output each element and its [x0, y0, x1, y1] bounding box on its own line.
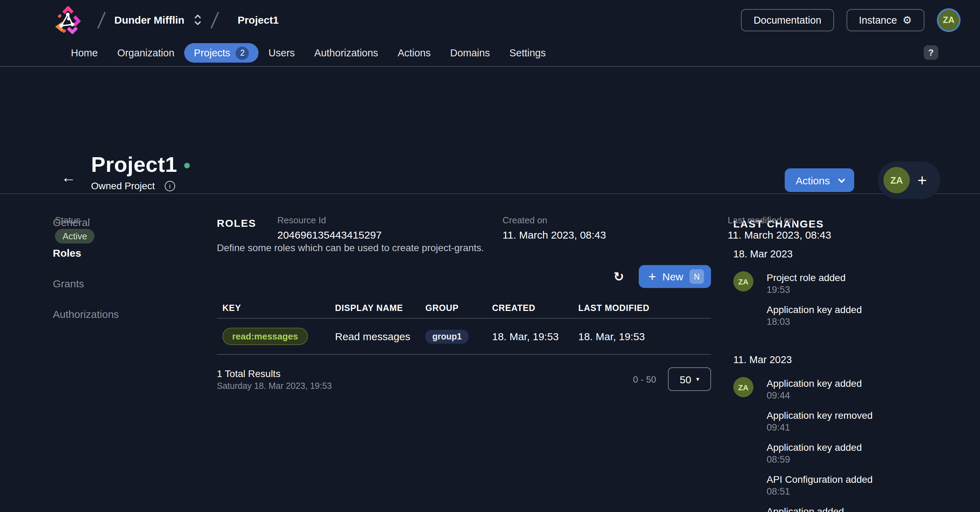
contributors-widget[interactable]: ZA +	[878, 161, 940, 199]
change-group: ZA Project role added 19:53 Application …	[733, 271, 980, 335]
instance-button[interactable]: Instance ⚙	[846, 9, 924, 31]
breadcrumb-slash	[97, 11, 106, 29]
change-event[interactable]: Project role added 19:53	[767, 271, 862, 296]
caret-down-icon: ▾	[696, 376, 699, 383]
documentation-button[interactable]: Documentation	[741, 9, 834, 31]
back-arrow-icon[interactable]: ←	[61, 170, 76, 184]
role-last-modified: 18. Mar, 19:53	[578, 330, 711, 342]
meta-resource-id: Resource Id 204696135443415297	[277, 215, 503, 244]
change-group: ZA Application key added 09:44 Applicati…	[733, 377, 980, 512]
role-display-name: Read messages	[335, 330, 425, 342]
add-member-icon[interactable]: +	[918, 172, 927, 188]
org-name: Dunder Mifflin	[115, 14, 185, 26]
refresh-icon[interactable]: ↻	[614, 270, 624, 283]
projects-count-badge: 2	[236, 46, 249, 59]
org-selector[interactable]: Dunder Mifflin	[115, 14, 202, 26]
project-meta: Status Active Resource Id 20469613544341…	[55, 215, 831, 244]
topbar: Dunder Mifflin Project1 Documentation In…	[0, 0, 980, 40]
info-icon[interactable]: i	[165, 180, 175, 191]
tab-home[interactable]: Home	[61, 43, 107, 62]
role-group-badge: group1	[425, 329, 469, 343]
meta-last-modified: Last modified on 11. March 2023, 08:43	[728, 215, 831, 244]
project-header: ← Project1 Owned Project i Actions ZA + …	[0, 67, 980, 194]
page-size-select[interactable]: 50 ▾	[668, 367, 711, 391]
change-event[interactable]: Application key added 09:44	[767, 377, 873, 402]
gear-icon: ⚙	[902, 14, 912, 25]
breadcrumb: Dunder Mifflin Project1	[0, 6, 741, 34]
meta-status: Status Active	[55, 215, 277, 244]
change-event[interactable]: API Configuration added 08:51	[767, 473, 873, 498]
tab-organization[interactable]: Organization	[107, 43, 184, 62]
page-range: 0 - 50	[633, 374, 657, 384]
page-title: Project1	[91, 152, 177, 178]
table-header-row: KEY DISPLAY NAME GROUP CREATED LAST MODI…	[217, 298, 711, 319]
table-footer: 1 Total Results Saturday 18. Mar 2023, 1…	[217, 367, 711, 391]
roles-description: Define some roles which can be used to c…	[217, 242, 711, 253]
unfold-icon	[194, 14, 202, 26]
roles-table: KEY DISPLAY NAME GROUP CREATED LAST MODI…	[217, 298, 711, 355]
zitadel-logo-icon[interactable]	[55, 6, 81, 34]
change-date: 11. Mar 2023	[733, 354, 980, 365]
change-avatar: ZA	[733, 271, 753, 292]
sidebar-item-roles[interactable]: Roles	[53, 247, 81, 259]
results-timestamp: Saturday 18. Mar 2023, 19:53	[217, 381, 332, 391]
chevron-down-icon	[838, 175, 845, 183]
sidebar-item-grants[interactable]: Grants	[53, 278, 84, 289]
tab-projects[interactable]: Projects 2	[184, 43, 259, 62]
change-event[interactable]: Application key added 18:03	[767, 303, 862, 329]
change-avatar: ZA	[733, 377, 753, 397]
title-block: Project1 Owned Project i	[91, 152, 190, 191]
change-event[interactable]: Application key removed 09:41	[767, 409, 873, 434]
change-event[interactable]: Application key added 08:59	[767, 441, 873, 466]
tab-users[interactable]: Users	[259, 43, 305, 62]
results-summary: 1 Total Results Saturday 18. Mar 2023, 1…	[217, 368, 332, 391]
plus-icon: +	[649, 270, 656, 283]
zitadel-console: Dunder Mifflin Project1 Documentation In…	[0, 0, 980, 512]
project-type-label: Owned Project	[91, 180, 155, 191]
change-event[interactable]: Application added 08:51	[767, 505, 873, 512]
main-nav: Home Organization Projects 2 Users Autho…	[0, 40, 980, 67]
topbar-actions: Documentation Instance ⚙ ZA	[741, 8, 961, 32]
shortcut-key-badge: N	[689, 269, 704, 284]
tab-settings[interactable]: Settings	[500, 43, 556, 62]
help-button[interactable]: ?	[924, 45, 938, 60]
roles-toolbar: ↻ + New N	[217, 265, 711, 288]
sidebar-item-authorizations[interactable]: Authorizations	[53, 308, 119, 320]
role-key-badge: read:messages	[223, 328, 307, 345]
tab-authorizations[interactable]: Authorizations	[304, 43, 388, 62]
actions-menu-button[interactable]: Actions	[785, 168, 854, 192]
tab-domains[interactable]: Domains	[440, 43, 500, 62]
contributor-avatar[interactable]: ZA	[883, 167, 910, 193]
new-role-button[interactable]: + New N	[639, 265, 711, 288]
table-row[interactable]: read:messages Read messages group1 18. M…	[217, 319, 711, 355]
paginator: 0 - 50 50 ▾	[633, 367, 711, 391]
meta-created-on: Created on 11. March 2023, 08:43	[503, 215, 728, 244]
change-date: 18. Mar 2023	[733, 248, 980, 260]
role-created: 18. Mar, 19:53	[492, 330, 578, 342]
total-results: 1 Total Results	[217, 368, 332, 379]
tab-actions[interactable]: Actions	[388, 43, 440, 62]
breadcrumb-project[interactable]: Project1	[238, 14, 279, 26]
breadcrumb-slash	[211, 11, 219, 29]
project-active-dot	[184, 163, 190, 168]
status-badge: Active	[55, 229, 95, 244]
user-avatar[interactable]: ZA	[937, 8, 961, 32]
